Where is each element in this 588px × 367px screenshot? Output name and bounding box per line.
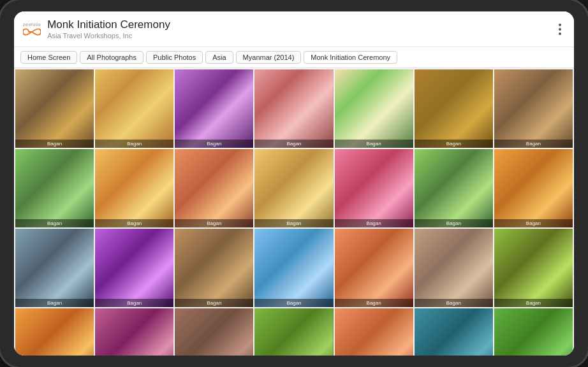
photo-location-label: Bagan — [175, 219, 253, 227]
photo-location-label: Bagan — [415, 299, 493, 307]
photo-thumbnail — [175, 69, 253, 148]
photo-location-label: Bagan — [15, 140, 94, 148]
photo-thumbnail — [494, 229, 573, 307]
photo-thumbnail — [95, 229, 173, 307]
photo-cell[interactable]: Bagan — [15, 149, 94, 227]
photo-location-label: Bagan — [415, 219, 493, 227]
menu-dot-2 — [559, 28, 561, 31]
header-title-group: Monk Initiation Ceremony Asia Travel Wor… — [47, 18, 555, 39]
menu-dot-3 — [559, 32, 561, 35]
photo-location-label: Bagan — [15, 299, 94, 307]
photo-thumbnail — [175, 229, 253, 307]
header-title: Monk Initiation Ceremony — [47, 18, 555, 31]
photo-thumbnail — [415, 229, 493, 307]
photo-cell[interactable]: Bagan — [175, 69, 253, 148]
photo-cell[interactable]: Bagan — [494, 69, 573, 148]
device-frame: zenfolio Monk Initiation Ceremony Asia T… — [0, 0, 588, 367]
photo-thumbnail — [95, 149, 173, 227]
photo-thumbnail — [415, 308, 493, 356]
photo-cell[interactable]: Bagan — [254, 69, 333, 148]
photo-cell[interactable]: Bagan — [95, 149, 173, 227]
photo-thumbnail — [95, 69, 173, 148]
photo-location-label: Bagan — [254, 219, 333, 227]
breadcrumb-item-monk-initiation[interactable]: Monk Initiation Ceremony — [304, 51, 397, 64]
photo-thumbnail — [415, 149, 493, 227]
photo-location-label: Bagan — [335, 219, 413, 227]
breadcrumb-item-asia[interactable]: Asia — [205, 51, 233, 64]
photo-thumbnail — [335, 149, 413, 227]
photo-cell[interactable]: Bagan — [15, 229, 94, 307]
photo-location-label: Bagan — [494, 140, 573, 148]
photo-location-label: Bagan — [254, 299, 333, 307]
device-screen: zenfolio Monk Initiation Ceremony Asia T… — [14, 11, 574, 356]
photo-thumbnail — [175, 149, 253, 227]
photo-cell[interactable]: Bagan — [15, 308, 94, 356]
breadcrumb-item-public-photos[interactable]: Public Photos — [146, 51, 203, 64]
zenfolio-infinity-icon — [23, 27, 41, 36]
photo-location-label: Bagan — [335, 299, 413, 307]
photo-location-label: Bagan — [335, 140, 413, 148]
photo-cell[interactable]: Bagan — [415, 69, 493, 148]
photo-thumbnail — [15, 69, 94, 148]
photo-location-label: Bagan — [494, 219, 573, 227]
photo-thumbnail — [175, 308, 253, 356]
photo-thumbnail — [494, 69, 573, 148]
photo-cell[interactable]: Bagan — [494, 308, 573, 356]
header: zenfolio Monk Initiation Ceremony Asia T… — [14, 11, 574, 47]
photo-cell[interactable]: Bagan — [335, 69, 413, 148]
photo-thumbnail — [15, 149, 94, 227]
photo-cell[interactable]: Bagan — [335, 308, 413, 356]
photo-grid[interactable]: BaganBaganBaganBaganBaganBaganBaganBagan… — [14, 68, 574, 356]
photo-cell[interactable]: Bagan — [254, 308, 333, 356]
photo-thumbnail — [494, 149, 573, 227]
photo-cell[interactable]: Bagan — [415, 149, 493, 227]
menu-dot-1 — [559, 24, 561, 26]
breadcrumb-item-home-screen[interactable]: Home Screen — [20, 51, 77, 64]
photo-cell[interactable]: Bagan — [175, 149, 253, 227]
photo-location-label: Bagan — [15, 219, 94, 227]
photo-location-label: Bagan — [415, 140, 493, 148]
photo-thumbnail — [494, 308, 573, 356]
more-options-button[interactable] — [555, 20, 565, 39]
photo-thumbnail — [254, 149, 333, 227]
breadcrumb-item-myanmar-2014[interactable]: Myanmar (2014) — [236, 51, 302, 64]
photo-thumbnail — [15, 308, 94, 356]
photo-thumbnail — [15, 229, 94, 307]
zenfolio-wordmark: zenfolio — [23, 22, 41, 27]
photo-location-label: Bagan — [175, 140, 253, 148]
photo-location-label: Bagan — [175, 299, 253, 307]
photo-cell[interactable]: Bagan — [415, 308, 493, 356]
photo-cell[interactable]: Bagan — [175, 308, 253, 356]
photo-cell[interactable]: Bagan — [415, 229, 493, 307]
photo-location-label: Bagan — [95, 299, 173, 307]
photo-location-label: Bagan — [254, 140, 333, 148]
photo-cell[interactable]: Bagan — [494, 149, 573, 227]
photo-thumbnail — [415, 69, 493, 148]
photo-thumbnail — [335, 229, 413, 307]
photo-cell[interactable]: Bagan — [494, 229, 573, 307]
photo-thumbnail — [254, 229, 333, 307]
photo-thumbnail — [254, 308, 333, 356]
breadcrumb: Home Screen All Photographs Public Photo… — [14, 47, 574, 68]
photo-cell[interactable]: Bagan — [95, 69, 173, 148]
photo-cell[interactable]: Bagan — [254, 149, 333, 227]
photo-location-label: Bagan — [95, 140, 173, 148]
photo-cell[interactable]: Bagan — [15, 69, 94, 148]
zenfolio-logo: zenfolio — [23, 22, 41, 36]
photo-location-label: Bagan — [494, 299, 573, 307]
photo-cell[interactable]: Bagan — [175, 229, 253, 307]
photo-cell[interactable]: Bagan — [95, 229, 173, 307]
photo-thumbnail — [335, 69, 413, 148]
photo-thumbnail — [335, 308, 413, 356]
photo-thumbnail — [95, 308, 173, 356]
photo-cell[interactable]: Bagan — [254, 229, 333, 307]
grid-container: BaganBaganBaganBaganBaganBaganBaganBagan… — [15, 69, 573, 356]
breadcrumb-item-all-photographs[interactable]: All Photographs — [80, 51, 143, 64]
photo-cell[interactable]: Bagan — [95, 308, 173, 356]
photo-cell[interactable]: Bagan — [335, 149, 413, 227]
photo-location-label: Bagan — [95, 219, 173, 227]
photo-cell[interactable]: Bagan — [335, 229, 413, 307]
photo-thumbnail — [254, 69, 333, 148]
header-subtitle: Asia Travel Workshops, Inc — [47, 32, 555, 40]
